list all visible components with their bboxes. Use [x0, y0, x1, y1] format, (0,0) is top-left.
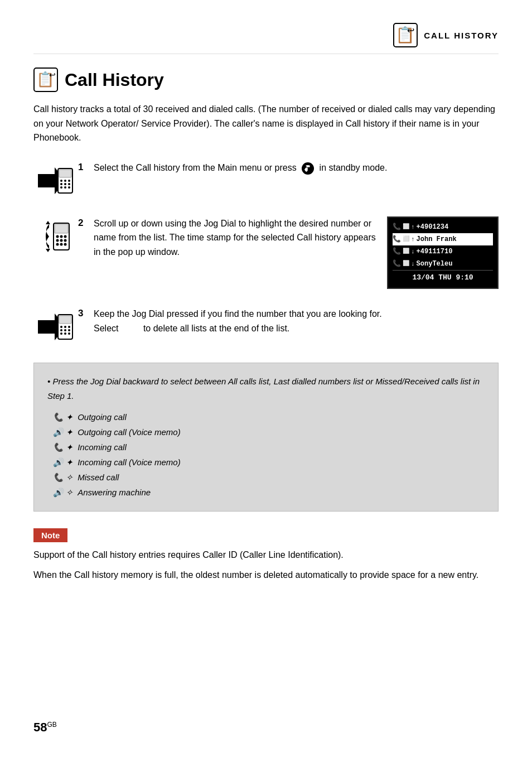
step-3-icon — [38, 309, 74, 345]
svg-point-13 — [60, 183, 62, 185]
step-2-content: Scroll up or down using the Jog Dial to … — [94, 216, 499, 290]
step-1-body: Select the Call history from the Main me… — [94, 161, 499, 175]
step-1-icon-col — [33, 161, 78, 199]
page-title: Call History — [65, 70, 164, 90]
answering-machine-icon: 🔊 ✧ — [53, 485, 73, 500]
svg-point-25 — [60, 235, 63, 238]
call-history-header-icon: 📋 ↩ — [393, 22, 418, 48]
outgoing-voice-icon: 🔊 ✦ — [53, 425, 73, 440]
note-line-2: When the Call history memory is full, th… — [33, 568, 499, 582]
step-2-icon-col — [33, 216, 78, 254]
page-number: 58GB — [33, 720, 57, 735]
header-title: CALL HISTORY — [424, 31, 499, 40]
screen-row-1: 📞⬜↑+4901234 — [393, 221, 493, 233]
step-2-number: 2 — [78, 216, 94, 229]
svg-point-12 — [68, 180, 70, 182]
svg-marker-20 — [46, 221, 50, 224]
svg-point-19 — [302, 162, 314, 175]
page-title-area: 📋 ↩ Call History — [33, 67, 499, 92]
list-item-incoming-voice: 🔊 ✦ Incoming call (Voice memo) — [53, 455, 485, 470]
svg-point-36 — [60, 326, 62, 328]
step-3-body: Keep the Jog Dial pressed if you find th… — [94, 307, 499, 334]
svg-point-30 — [56, 243, 59, 245]
svg-rect-9 — [59, 170, 71, 177]
svg-point-14 — [64, 183, 66, 185]
step-3-row: 3 Keep the Jog Dial pressed if you find … — [33, 307, 499, 345]
svg-point-42 — [60, 332, 62, 335]
svg-text:↩: ↩ — [407, 26, 414, 35]
svg-text:↩: ↩ — [49, 70, 56, 79]
step-2-icon — [38, 219, 74, 254]
note-section: Note Support of the Call history entries… — [33, 528, 499, 582]
step-3-number: 3 — [78, 307, 94, 319]
svg-point-44 — [68, 332, 70, 335]
step-1-number: 1 — [78, 161, 94, 173]
svg-point-24 — [56, 235, 59, 238]
svg-point-31 — [60, 243, 63, 245]
svg-point-37 — [64, 326, 66, 328]
missed-call-icon: 📞 ✧ — [53, 470, 73, 485]
call-button-icon — [301, 162, 315, 175]
svg-rect-35 — [59, 316, 71, 324]
step-2-text: Scroll up or down using the Jog Dial to … — [94, 216, 376, 259]
icon-list: 📞 ✦ Outgoing call 🔊 ✦ Outgoing call (Voi… — [53, 409, 485, 500]
intro-text: Call history tracks a total of 30 receiv… — [33, 102, 499, 145]
svg-point-16 — [60, 186, 62, 189]
svg-point-18 — [68, 186, 70, 189]
step-3-select-line: Select to delete all lists at the end of… — [94, 324, 499, 334]
screen-row-4: 📞⬜↓SonyTeleu — [393, 258, 493, 270]
screen-date-row: 13/04 THU 9:10 — [393, 270, 493, 285]
note-label: Note — [33, 528, 67, 542]
list-item-outgoing: 📞 ✦ Outgoing call — [53, 409, 485, 425]
top-header: 📋 ↩ CALL HISTORY — [33, 22, 499, 54]
page: 📋 ↩ CALL HISTORY 📋 ↩ Call History Call h… — [0, 0, 532, 757]
svg-point-38 — [68, 326, 70, 328]
step-1-text: Select the Call history from the Main me… — [94, 161, 499, 175]
list-item-missed: 📞 ✧ Missed call — [53, 470, 485, 485]
screen-row-2-highlighted: 📞⬜↑John Frank — [393, 233, 493, 245]
svg-point-27 — [56, 239, 59, 242]
incoming-voice-icon: 🔊 ✦ — [53, 455, 73, 470]
step-3-text: Keep the Jog Dial pressed if you find th… — [94, 307, 499, 321]
svg-point-28 — [60, 239, 63, 242]
page-title-icon: 📋 ↩ — [33, 67, 58, 92]
list-item-answering: 🔊 ✧ Answering machine — [53, 485, 485, 500]
step-2-body: Scroll up or down using the Jog Dial to … — [94, 216, 499, 290]
list-item-incoming: 📞 ✦ Incoming call — [53, 440, 485, 455]
svg-point-17 — [64, 186, 66, 189]
step-3-icon-col — [33, 307, 78, 345]
svg-rect-23 — [55, 224, 68, 233]
outgoing-call-icon: 📞 ✦ — [53, 409, 73, 425]
svg-point-39 — [60, 329, 62, 331]
svg-point-26 — [64, 235, 67, 238]
svg-point-40 — [64, 329, 66, 331]
svg-point-41 — [68, 329, 70, 331]
phone-screen-mockup: 📞⬜↑+4901234 📞⬜↑John Frank 📞⬜↓+49111710 📞… — [387, 216, 499, 290]
step-2-row: 2 Scroll up or down using the Jog Dial t… — [33, 216, 499, 290]
svg-point-32 — [64, 243, 67, 245]
svg-marker-21 — [46, 249, 50, 252]
svg-point-43 — [64, 332, 66, 335]
list-item-outgoing-voice: 🔊 ✦ Outgoing call (Voice memo) — [53, 425, 485, 440]
svg-point-10 — [60, 180, 62, 182]
note-line-1: Support of the Call history entries requ… — [33, 548, 499, 562]
step-1-row: 1 Select the Call history from the Main … — [33, 161, 499, 199]
screen-row-3: 📞⬜↓+49111710 — [393, 245, 493, 258]
svg-point-11 — [64, 180, 66, 182]
step-1-icon — [38, 163, 74, 199]
svg-point-15 — [68, 183, 70, 185]
info-box-text: • Press the Jog Dial backward to select … — [47, 374, 485, 403]
info-box: • Press the Jog Dial backward to select … — [33, 363, 499, 512]
incoming-call-icon: 📞 ✦ — [53, 440, 73, 455]
svg-point-29 — [64, 239, 67, 242]
